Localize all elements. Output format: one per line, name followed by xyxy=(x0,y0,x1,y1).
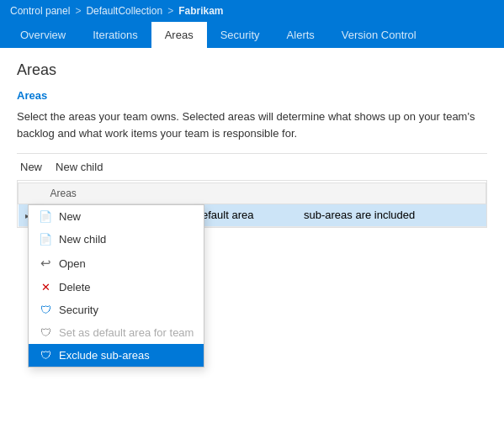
tab-iterations[interactable]: Iterations xyxy=(79,22,151,48)
row-default-cell: default area xyxy=(189,204,297,227)
col-expand xyxy=(19,183,44,204)
section-link[interactable]: Areas xyxy=(17,89,487,102)
breadcrumb-sep1: > xyxy=(75,5,81,17)
main-content: Areas Areas Select the areas your team o… xyxy=(0,48,504,241)
menu-item-delete[interactable]: ✕ Delete xyxy=(29,276,204,299)
new-button[interactable]: New xyxy=(17,159,45,175)
col-default xyxy=(189,183,297,204)
top-bar: Control panel > DefaultCollection > Fabr… xyxy=(0,0,504,22)
open-icon: ↩ xyxy=(39,256,52,271)
menu-item-set-default-label: Set as default area for team xyxy=(59,326,194,339)
col-subareas xyxy=(297,183,486,204)
menu-item-security[interactable]: 🛡 Security xyxy=(29,299,204,321)
set-default-shield-icon: 🛡 xyxy=(39,326,52,339)
new-child-doc-icon: 📄 xyxy=(39,233,52,246)
menu-item-new-label: New xyxy=(59,210,81,223)
context-menu: 📄 New 📄 New child ↩ Open ✕ Delete 🛡 Secu… xyxy=(28,204,204,367)
breadcrumb-current: Fabrikam xyxy=(178,5,223,17)
security-shield-icon: 🛡 xyxy=(39,304,52,316)
delete-icon: ✕ xyxy=(39,281,52,293)
menu-item-new-child[interactable]: 📄 New child xyxy=(29,228,204,251)
menu-item-exclude-sub[interactable]: 🛡 Exclude sub-areas xyxy=(29,344,204,367)
new-child-button[interactable]: New child xyxy=(52,159,106,175)
exclude-sub-shield-icon: 🛡 xyxy=(39,349,52,362)
tab-bar: Overview Iterations Areas Security Alert… xyxy=(0,22,504,48)
page-title: Areas xyxy=(17,61,487,79)
breadcrumb-sep2: > xyxy=(167,5,173,17)
menu-item-new[interactable]: 📄 New xyxy=(29,205,204,228)
menu-item-security-label: Security xyxy=(59,304,98,316)
menu-item-exclude-sub-label: Exclude sub-areas xyxy=(59,349,150,362)
tab-version-control[interactable]: Version Control xyxy=(328,22,430,48)
row-subareas-cell: sub-areas are included xyxy=(297,204,486,227)
menu-item-open[interactable]: ↩ Open xyxy=(29,251,204,276)
col-areas-header: Areas xyxy=(44,183,189,204)
tab-security[interactable]: Security xyxy=(207,22,273,48)
new-doc-icon: 📄 xyxy=(39,210,52,223)
tab-alerts[interactable]: Alerts xyxy=(273,22,328,48)
menu-item-delete-label: Delete xyxy=(59,281,91,293)
description: Select the areas your team owns. Selecte… xyxy=(17,108,487,141)
menu-item-open-label: Open xyxy=(59,257,86,270)
breadcrumb-default-collection[interactable]: DefaultCollection xyxy=(86,5,162,17)
menu-item-new-child-label: New child xyxy=(59,233,106,246)
breadcrumb-control-panel[interactable]: Control panel xyxy=(10,5,70,17)
area-table-container: Areas ▸ ✓ 📁 Fabrikam default area xyxy=(17,180,487,228)
tab-areas[interactable]: Areas xyxy=(151,22,207,48)
tab-overview[interactable]: Overview xyxy=(7,22,79,48)
menu-item-set-default: 🛡 Set as default area for team xyxy=(29,321,204,344)
toolbar: New New child xyxy=(17,153,487,180)
